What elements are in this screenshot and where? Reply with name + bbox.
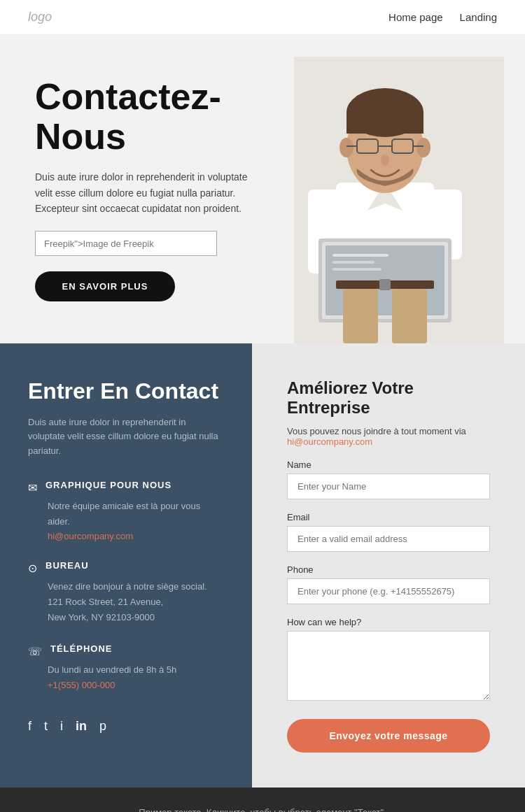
contact-info-graphic: ✉ GRAPHIQUE POUR NOUS Notre équipe amica… bbox=[28, 480, 224, 542]
contact-left-description: Duis aute irure dolor in reprehenderit i… bbox=[28, 415, 224, 459]
navbar: logo Home page Landing bbox=[0, 0, 525, 35]
facebook-icon[interactable]: f bbox=[28, 719, 31, 734]
graphic-text: Notre équipe amicale est là pour vous ai… bbox=[48, 499, 224, 529]
footer-text: Пример текста. Кликните, чтобы выбрать э… bbox=[139, 807, 386, 812]
email-form-group: Email bbox=[287, 512, 490, 552]
svg-rect-26 bbox=[343, 289, 378, 343]
hero-person-illustration bbox=[294, 57, 504, 343]
svg-rect-23 bbox=[332, 268, 382, 271]
message-form-group: How can we help? bbox=[287, 617, 490, 704]
linkedin-icon[interactable]: in bbox=[76, 719, 87, 734]
hero-input[interactable] bbox=[44, 238, 208, 249]
svg-point-9 bbox=[416, 138, 430, 157]
nav-home[interactable]: Home page bbox=[388, 11, 443, 23]
phone-icon: ☏ bbox=[28, 645, 42, 658]
svg-rect-27 bbox=[392, 289, 427, 343]
social-bar: f t i in p bbox=[28, 719, 224, 734]
submit-button[interactable]: Envoyez votre message bbox=[287, 719, 490, 753]
logo: logo bbox=[28, 10, 52, 24]
phone-input[interactable] bbox=[287, 578, 490, 604]
nav-links: Home page Landing bbox=[388, 11, 497, 23]
svg-rect-21 bbox=[332, 254, 388, 257]
hero-input-wrapper bbox=[35, 231, 217, 256]
contact-right-panel: Améliorez Votre Entreprise Vous pouvez n… bbox=[252, 343, 525, 788]
hero-cta-button[interactable]: EN SAVOIR PLUS bbox=[35, 271, 175, 301]
graphic-email-link[interactable]: hi@ourcompany.com bbox=[48, 531, 133, 541]
email-input[interactable] bbox=[287, 526, 490, 552]
location-icon: ⊙ bbox=[28, 562, 37, 575]
name-form-group: Name bbox=[287, 460, 490, 499]
message-textarea[interactable] bbox=[287, 631, 490, 701]
hero-image bbox=[294, 35, 525, 343]
contact-left-panel: Entrer En Contact Duis aute irure dolor … bbox=[0, 343, 252, 788]
contact-section: Entrer En Contact Duis aute irure dolor … bbox=[0, 343, 525, 788]
contact-left-title: Entrer En Contact bbox=[28, 378, 224, 404]
message-label: How can we help? bbox=[287, 617, 490, 627]
form-email-link[interactable]: hi@ourcompany.com bbox=[287, 436, 372, 447]
svg-point-8 bbox=[340, 138, 354, 157]
footer: Пример текста. Кликните, чтобы выбрать э… bbox=[0, 788, 525, 812]
instagram-icon[interactable]: i bbox=[60, 719, 63, 734]
svg-rect-22 bbox=[332, 261, 374, 264]
bureau-label: BUREAU bbox=[46, 560, 89, 571]
hero-description: Duis aute irure dolor in reprehenderit i… bbox=[35, 169, 259, 216]
mail-icon: ✉ bbox=[28, 481, 37, 494]
contact-info-bureau: ⊙ BUREAU Venez dire bonjour à notre sièg… bbox=[28, 560, 224, 625]
name-input[interactable] bbox=[287, 473, 490, 499]
telephone-text: Du lundi au vendredi de 8h à 5h bbox=[48, 662, 224, 678]
svg-rect-25 bbox=[379, 279, 391, 290]
graphic-label: GRAPHIQUE POUR NOUS bbox=[46, 480, 172, 490]
hero-title: Contactez-Nous bbox=[35, 77, 259, 157]
form-description: Vous pouvez nous joindre à tout moment v… bbox=[287, 426, 490, 447]
form-title: Améliorez Votre Entreprise bbox=[287, 378, 490, 418]
svg-point-17 bbox=[381, 155, 389, 166]
hero-section: Contactez-Nous Duis aute irure dolor in … bbox=[0, 35, 525, 343]
phone-form-group: Phone bbox=[287, 564, 490, 604]
pinterest-icon[interactable]: p bbox=[99, 719, 106, 734]
hero-content: Contactez-Nous Duis aute irure dolor in … bbox=[0, 35, 294, 343]
bureau-text: Venez dire bonjour à notre siège social.… bbox=[48, 579, 224, 625]
telephone-link[interactable]: +1(555) 000-000 bbox=[48, 680, 115, 690]
twitter-icon[interactable]: t bbox=[44, 719, 48, 734]
svg-rect-7 bbox=[346, 113, 424, 134]
phone-label: Phone bbox=[287, 564, 490, 575]
email-label: Email bbox=[287, 512, 490, 522]
nav-landing[interactable]: Landing bbox=[460, 11, 497, 23]
contact-info-telephone: ☏ TÉLÉPHONE Du lundi au vendredi de 8h à… bbox=[28, 643, 224, 690]
telephone-label: TÉLÉPHONE bbox=[50, 643, 112, 654]
name-label: Name bbox=[287, 460, 490, 470]
